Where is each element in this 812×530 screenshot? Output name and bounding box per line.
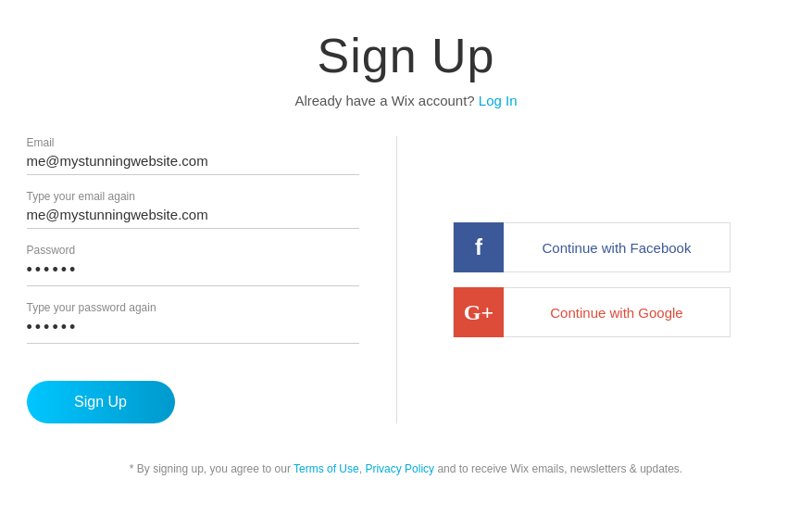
signup-button[interactable]: Sign Up (27, 381, 175, 423)
page-title: Sign Up (318, 28, 495, 83)
password-confirm-label: Type your password again (27, 301, 360, 314)
google-label: Continue with Google (504, 305, 730, 321)
left-panel: Email me@mystunningwebsite.com Type your… (27, 136, 398, 423)
google-icon: G+ (454, 287, 504, 337)
privacy-link[interactable]: Privacy Policy (365, 462, 434, 475)
facebook-icon: f (454, 222, 504, 272)
google-button[interactable]: G+ Continue with Google (453, 287, 731, 337)
main-content: Email me@mystunningwebsite.com Type your… (27, 136, 786, 423)
email-confirm-label: Type your email again (27, 190, 360, 203)
password-field-group: Password •••••• (27, 244, 360, 286)
footer-text3: and to receive Wix emails, newsletters &… (434, 462, 682, 475)
email-label: Email (27, 136, 360, 149)
login-link[interactable]: Log In (479, 93, 518, 108)
email-field-group: Email me@mystunningwebsite.com (27, 136, 360, 175)
right-panel: f Continue with Facebook G+ Continue wit… (397, 136, 786, 423)
facebook-button[interactable]: f Continue with Facebook (453, 222, 731, 272)
subtitle-text: Already have a Wix account? (294, 93, 474, 108)
terms-link[interactable]: Terms of Use (294, 462, 359, 475)
email-input[interactable]: me@mystunningwebsite.com (27, 153, 360, 175)
footer-text1: * By signing up, you agree to our (130, 462, 294, 475)
password-label: Password (27, 244, 360, 257)
password-confirm-input[interactable]: •••••• (27, 318, 360, 344)
footer: * By signing up, you agree to our Terms … (130, 461, 682, 478)
password-confirm-field-group: Type your password again •••••• (27, 301, 360, 344)
email-confirm-field-group: Type your email again me@mystunningwebsi… (27, 190, 360, 229)
email-confirm-input[interactable]: me@mystunningwebsite.com (27, 207, 360, 229)
password-input[interactable]: •••••• (27, 260, 360, 286)
facebook-label: Continue with Facebook (504, 240, 730, 256)
subtitle: Already have a Wix account? Log In (294, 93, 517, 108)
